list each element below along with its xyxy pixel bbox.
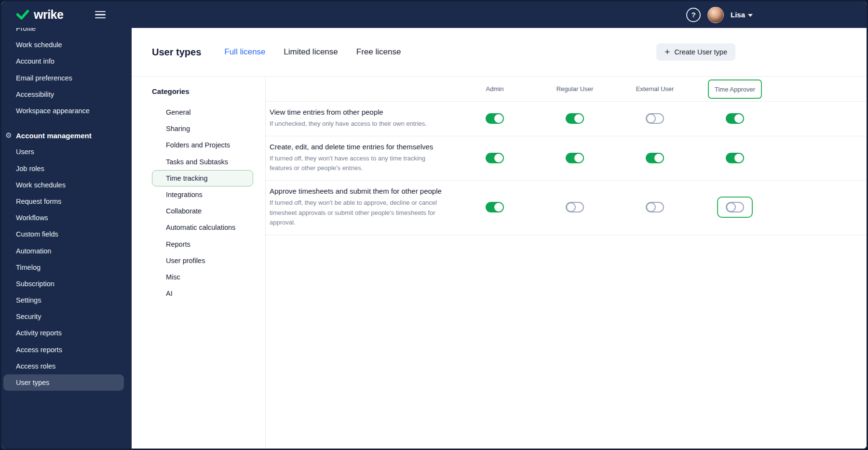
permission-row-view-time-entries-from-other-p: View time entries from other peopleIf un…: [266, 102, 867, 136]
permissions-table: AdminRegular UserExternal UserTime Appro…: [266, 77, 867, 449]
permission-description: If turned off, they won't be able to app…: [270, 198, 455, 227]
toggle-off[interactable]: [566, 202, 584, 212]
category-item-ai[interactable]: AI: [152, 285, 253, 302]
sidebar-item-work-schedules[interactable]: Work schedules: [1, 177, 132, 193]
sidebar-item-access-roles[interactable]: Access roles: [1, 358, 132, 374]
license-tabs: Full licenseLimited licenseFree license: [224, 47, 401, 57]
toggle-knob: [574, 154, 583, 162]
user-menu[interactable]: Lisa: [731, 11, 753, 19]
sidebar-item-profile[interactable]: Profile: [1, 28, 132, 37]
category-item-misc[interactable]: Misc: [152, 269, 253, 285]
toggle-knob: [726, 202, 736, 212]
content-row: Categories GeneralSharingFolders and Pro…: [132, 76, 867, 449]
header-cell-admin: Admin: [455, 85, 535, 93]
toggle-off[interactable]: [726, 202, 744, 212]
wrike-check-icon: [16, 8, 29, 22]
category-item-reports[interactable]: Reports: [152, 236, 253, 252]
toggle-on[interactable]: [646, 153, 664, 163]
header-cell-regular-user: Regular User: [535, 85, 615, 93]
sidebar-item-account-info[interactable]: Account info: [1, 53, 132, 69]
sidebar-item-workflows[interactable]: Workflows: [1, 210, 132, 226]
help-icon[interactable]: ?: [686, 8, 701, 22]
column-label-time-approver: Time Approver: [715, 86, 755, 93]
table-header: AdminRegular UserExternal UserTime Appro…: [266, 77, 867, 102]
category-item-integrations[interactable]: Integrations: [152, 186, 253, 203]
sidebar-item-email-preferences[interactable]: Email preferences: [1, 70, 132, 86]
permission-row-create-edit-and-delete-time-en: Create, edit, and delete time entries fo…: [266, 136, 867, 181]
permission-title: Create, edit, and delete time entries fo…: [270, 143, 455, 151]
toggle-cell-external-user: [615, 202, 695, 212]
wrike-logo: wrike: [16, 8, 63, 22]
toggle-cell-external-user: [615, 153, 695, 163]
permission-text: Approve timesheets and submit them for o…: [266, 187, 455, 227]
sidebar-item-subscription[interactable]: Subscription: [1, 276, 132, 292]
sidebar-item-user-types[interactable]: User types: [3, 374, 124, 391]
header-cell-time-approver: Time Approver: [695, 79, 775, 99]
sidebar-item-work-schedule[interactable]: Work schedule: [1, 37, 132, 53]
user-name: Lisa: [731, 11, 745, 19]
permission-row-approve-timesheets-and-submit-: Approve timesheets and submit them for o…: [266, 181, 867, 235]
sidebar-item-security[interactable]: Security: [1, 308, 132, 325]
category-item-automatic-calculations[interactable]: Automatic calculations: [152, 219, 253, 236]
toggle-off[interactable]: [646, 202, 664, 212]
sidebar-item-activity-reports[interactable]: Activity reports: [1, 325, 132, 341]
category-item-tasks-and-subtasks[interactable]: Tasks and Subtasks: [152, 154, 253, 170]
highlighted-column-box: Time Approver: [708, 79, 762, 99]
sidebar-item-request-forms[interactable]: Request forms: [1, 193, 132, 210]
sidebar-section-label: Account management: [16, 132, 92, 140]
toggle-on[interactable]: [566, 113, 584, 124]
create-user-type-button[interactable]: + Create User type: [656, 43, 735, 61]
toggle-on[interactable]: [486, 113, 504, 124]
title-row: User types Full licenseLimited licenseFr…: [132, 28, 867, 76]
toggle-knob: [574, 114, 583, 123]
toggle-on[interactable]: [566, 153, 584, 163]
toggle-knob: [646, 114, 656, 123]
category-item-folders-and-projects[interactable]: Folders and Projects: [152, 137, 253, 153]
toggle-on[interactable]: [726, 113, 744, 124]
gear-icon: ⚙: [5, 131, 13, 140]
category-item-user-profiles[interactable]: User profiles: [152, 252, 253, 269]
sidebar-item-workspace-appearance[interactable]: Workspace appearance: [1, 103, 132, 119]
app-window: wrike ? Lisa ProfileWork scheduleAccount…: [0, 0, 868, 450]
permission-title: Approve timesheets and submit them for o…: [270, 187, 455, 195]
menu-icon[interactable]: [95, 11, 106, 19]
tab-free-license[interactable]: Free license: [356, 47, 401, 57]
toggle-knob: [566, 202, 576, 212]
topbar-right-cluster: ? Lisa: [686, 7, 753, 23]
toggle-on[interactable]: [726, 153, 744, 163]
sidebar-item-settings[interactable]: Settings: [1, 292, 132, 308]
tab-full-license[interactable]: Full license: [224, 47, 265, 57]
categories-list: GeneralSharingFolders and ProjectsTasks …: [132, 104, 265, 302]
sidebar-item-accessibility[interactable]: Accessibility: [1, 86, 132, 103]
toggle-on[interactable]: [486, 202, 504, 212]
sidebar-item-users[interactable]: Users: [1, 144, 132, 160]
category-item-general[interactable]: General: [152, 104, 253, 120]
category-item-time-tracking[interactable]: Time tracking: [152, 170, 253, 186]
permission-description: If unchecked, they only have access to t…: [270, 119, 455, 129]
sidebar-section-account-management: ⚙ Account management: [1, 127, 132, 144]
sidebar-item-timelog[interactable]: Timelog: [1, 259, 132, 276]
column-label-external-user: External User: [636, 85, 674, 93]
tab-limited-license[interactable]: Limited license: [284, 47, 338, 57]
toggle-on[interactable]: [486, 153, 504, 163]
top-bar: wrike ? Lisa: [1, 1, 867, 28]
sidebar-top-list: ProfileWork scheduleAccount infoEmail pr…: [1, 28, 132, 119]
sidebar-item-custom-fields[interactable]: Custom fields: [1, 226, 132, 242]
toggle-knob: [734, 154, 743, 162]
column-label-regular-user: Regular User: [556, 85, 594, 93]
category-item-collaborate[interactable]: Collaborate: [152, 203, 253, 219]
sidebar-section-list: UsersJob rolesWork schedulesRequest form…: [1, 144, 132, 391]
chevron-down-icon: [748, 14, 753, 17]
sidebar-item-access-reports[interactable]: Access reports: [1, 342, 132, 358]
create-user-type-label: Create User type: [674, 48, 727, 56]
sidebar-item-job-roles[interactable]: Job roles: [1, 160, 132, 177]
avatar[interactable]: [707, 7, 724, 23]
category-item-sharing[interactable]: Sharing: [152, 120, 253, 137]
page-title: User types: [152, 47, 201, 58]
brand-wordmark: wrike: [34, 8, 63, 22]
sidebar-item-automation[interactable]: Automation: [1, 242, 132, 259]
categories-heading: Categories: [152, 87, 265, 95]
toggle-cell-regular-user: [535, 202, 615, 212]
toggle-off[interactable]: [646, 113, 664, 124]
toggle-knob: [654, 154, 663, 162]
